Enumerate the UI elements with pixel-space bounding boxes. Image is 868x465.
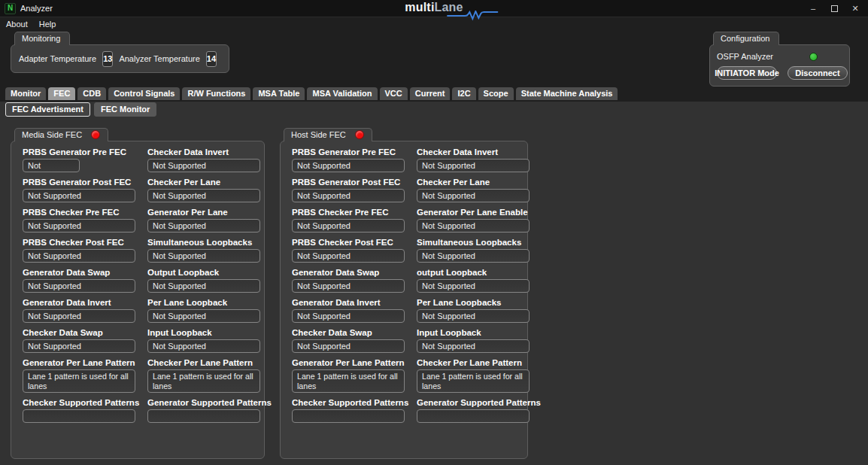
field-label: PRBS Generator Post FEC — [23, 178, 135, 187]
field-value[interactable]: Not Supported — [147, 219, 260, 232]
field-label: Input Loopback — [417, 328, 530, 337]
tab-vcc[interactable]: VCC — [380, 87, 408, 100]
tab-i2c[interactable]: I2C — [452, 87, 475, 100]
configuration-body: OSFP Analyzer INITIATOR Mode Disconnect — [709, 44, 850, 87]
field-generator-supported-patterns: Generator Supported Patterns — [417, 398, 530, 423]
field-per-lane-loopback: Per Lane LoopbackNot Supported — [147, 298, 260, 323]
field-value[interactable]: Not Supported — [417, 309, 530, 323]
analyzer-temperature-value[interactable]: 14 — [206, 51, 217, 67]
field-value[interactable]: Not Supported — [417, 219, 530, 232]
configuration-groupbox: Configuration OSFP Analyzer INITIATOR Mo… — [709, 31, 850, 87]
close-button[interactable]: ✕ — [847, 2, 863, 15]
initiator-mode-button[interactable]: INITIATOR Mode — [717, 66, 777, 80]
field-value[interactable]: Not Supported — [147, 159, 260, 172]
field-label: PRBS Generator Pre FEC — [292, 147, 405, 157]
field-value[interactable]: Not Supported — [23, 279, 135, 293]
tab-cdb[interactable]: CDB — [77, 87, 106, 100]
title-bar: N Analyzer multiLane – ✕ — [0, 0, 868, 17]
subtab-fec-advertisment[interactable]: FEC Advertisment — [5, 102, 90, 117]
tab-state-machine-analysis[interactable]: State Machine Analysis — [516, 87, 618, 100]
field-value[interactable]: Not Supported — [417, 189, 530, 202]
field-label: PRBS Checker Pre FEC — [23, 208, 135, 217]
field-value[interactable]: Not Supported — [23, 189, 135, 202]
field-value[interactable]: Not Supported — [292, 159, 405, 172]
field-value[interactable]: Lane 1 pattern is used for all lanes — [147, 369, 260, 393]
field-input-loopback: Input LoopbackNot Supported — [417, 328, 530, 353]
field-value[interactable] — [417, 409, 530, 423]
field-value[interactable]: Not Supported — [23, 219, 135, 232]
field-checker-supported-patterns: Checker Supported Patterns — [292, 398, 405, 423]
field-value[interactable]: Lane 1 pattern is used for all lanes — [23, 369, 135, 393]
field-value[interactable]: Not Supported — [292, 309, 405, 323]
field-checker-per-lane-pattern: Checker Per Lane PatternLane 1 pattern i… — [147, 358, 260, 393]
restore-button[interactable] — [826, 2, 842, 15]
field-value[interactable]: Lane 1 pattern is used for all lanes — [417, 369, 530, 393]
tab-msa-table[interactable]: MSA Table — [253, 87, 305, 100]
field-label: Generator Per Lane Enable — [417, 208, 530, 217]
adapter-temperature-label: Adapter Temperature — [19, 54, 96, 63]
field-value[interactable]: Not Supported — [23, 159, 80, 172]
field-value[interactable]: Not Supported — [292, 249, 405, 263]
field-prbs-generator-post-fec: PRBS Generator Post FECNot Supported — [292, 178, 405, 202]
field-label: Generator Data Swap — [23, 268, 135, 277]
field-checker-data-swap: Checker Data SwapNot Supported — [292, 328, 405, 353]
field-generator-data-swap: Generator Data SwapNot Supported — [292, 268, 405, 293]
field-value[interactable]: Not Supported — [147, 279, 260, 293]
field-value[interactable]: Not Supported — [23, 309, 135, 323]
field-value[interactable]: Not Supported — [23, 339, 135, 353]
adapter-temperature-value[interactable]: 13 — [102, 51, 113, 67]
tab-current[interactable]: Current — [410, 87, 451, 100]
field-label: PRBS Checker Pre FEC — [292, 208, 405, 217]
field-value[interactable] — [147, 409, 260, 423]
field-value[interactable]: Not Supported — [417, 279, 530, 293]
field-value[interactable]: Not Supported — [417, 249, 530, 263]
field-label: Simultaneous Loopbacks — [417, 238, 530, 247]
menu-item-help[interactable]: Help — [39, 20, 56, 29]
field-value[interactable] — [23, 409, 135, 423]
tab-fec[interactable]: FEC — [48, 87, 75, 100]
field-value[interactable]: Not Supported — [292, 219, 405, 232]
configuration-groupbox-title: Configuration — [713, 32, 779, 45]
window-title: Analyzer — [20, 4, 53, 13]
tab-control-signals[interactable]: Control Signals — [108, 87, 180, 100]
field-value[interactable]: Not Supported — [417, 159, 530, 172]
field-value[interactable]: Not Supported — [147, 339, 260, 353]
field-label: Simultaneous Loopbacks — [147, 238, 260, 247]
tab-r-w-functions[interactable]: R/W Functions — [182, 87, 250, 100]
field-label: Generator Per Lane — [147, 208, 260, 217]
field-generator-per-lane: Generator Per LaneNot Supported — [147, 208, 260, 232]
field-label: Generator Supported Patterns — [417, 398, 530, 407]
field-prbs-generator-pre-fec: PRBS Generator Pre FECNot Supported — [23, 147, 135, 172]
field-value[interactable]: Not Supported — [147, 309, 260, 323]
field-value[interactable]: Not Supported — [292, 279, 405, 293]
field-generator-data-invert: Generator Data InvertNot Supported — [23, 298, 135, 323]
field-value[interactable]: Lane 1 pattern is used for all lanes — [292, 369, 405, 393]
menu-item-about[interactable]: About — [6, 20, 28, 29]
field-checker-per-lane: Checker Per LaneNot Supported — [417, 178, 530, 202]
field-value[interactable]: Not Supported — [417, 339, 530, 353]
top-region: N Analyzer multiLane – ✕ AboutHelp Monit… — [0, 0, 868, 102]
field-label: Output Loopback — [147, 268, 260, 277]
field-value[interactable] — [292, 409, 405, 423]
tab-msa-validation[interactable]: MSA Validation — [307, 87, 377, 100]
subtab-fec-monitor[interactable]: FEC Monitor — [94, 102, 156, 117]
field-per-lane-loopbacks: Per Lane LoopbacksNot Supported — [417, 298, 530, 323]
field-label: Generator Data Invert — [292, 298, 405, 307]
field-value[interactable]: Not Supported — [292, 189, 405, 202]
field-value[interactable]: Not Supported — [147, 249, 260, 263]
tab-monitor[interactable]: Monitor — [5, 87, 46, 100]
disconnect-button[interactable]: Disconnect — [788, 66, 848, 80]
window-controls: – ✕ — [805, 2, 863, 15]
tab-scope[interactable]: Scope — [478, 87, 514, 100]
app-logo-icon: N — [5, 3, 16, 14]
logo-wave-icon — [447, 11, 499, 21]
field-value[interactable]: Not Supported — [292, 339, 405, 353]
field-generator-per-lane-pattern: Generator Per Lane PatternLane 1 pattern… — [292, 358, 405, 393]
field-value[interactable]: Not Supported — [147, 189, 260, 202]
minimize-button[interactable]: – — [805, 2, 821, 15]
field-prbs-generator-pre-fec: PRBS Generator Pre FECNot Supported — [292, 147, 405, 172]
subtab-bar: FEC AdvertismentFEC Monitor — [5, 102, 156, 117]
field-generator-data-invert: Generator Data InvertNot Supported — [292, 298, 405, 323]
field-value[interactable]: Not Supported — [23, 249, 135, 263]
monitoring-groupbox-title: Monitoring — [14, 32, 70, 45]
